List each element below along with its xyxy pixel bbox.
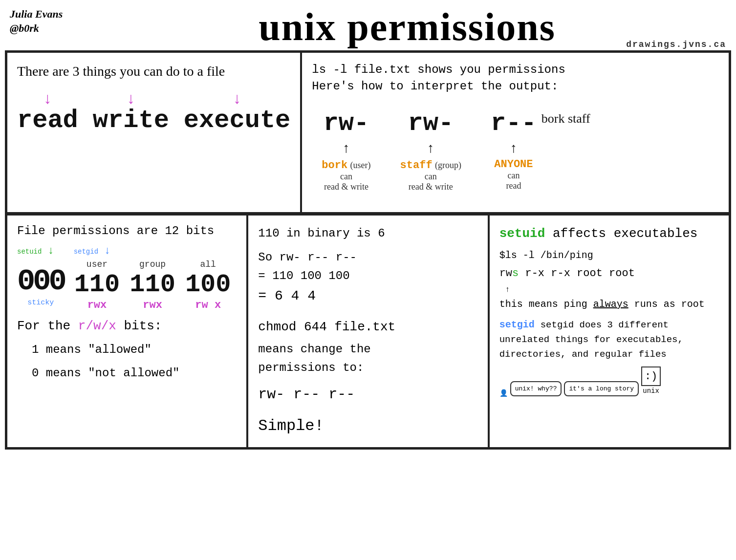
ping-section: $ls -l /bin/ping rws r-x r-x root root ↑… xyxy=(499,248,719,312)
staff-name: staff xyxy=(400,159,433,172)
binary-title: 110 in binary is 6 xyxy=(258,224,477,243)
rwx-row: ↓ read ↓ write ↓ execute xyxy=(17,90,290,135)
all-rwx: rw x xyxy=(195,299,221,311)
arrow-up-anyone: ↑ xyxy=(510,140,517,156)
unix-label-container: :) unix xyxy=(641,366,661,396)
binary-line3: = 6 4 4 xyxy=(258,285,477,307)
perm-code-bork: rw- xyxy=(324,109,369,138)
all-group: all 100 rw x xyxy=(185,259,231,311)
cell-bottom-right: setuid affects executables $ls -l /bin/p… xyxy=(489,215,730,448)
read-label: read xyxy=(17,106,78,135)
bork-staff-label: bork staff xyxy=(541,111,590,126)
execute-label: execute xyxy=(184,106,290,135)
cell-top-left: There are 3 things you can do to a file … xyxy=(6,52,301,213)
bork-can: can xyxy=(340,172,352,182)
perm-col-bork: rw- ↑ bork (user) can read & write xyxy=(322,109,370,192)
speech-bubble-1: unix! why?? xyxy=(510,381,562,397)
staff-action: read & write xyxy=(409,182,453,192)
perm-code-anyone: r-- xyxy=(491,109,537,138)
author-name: Julia Evans xyxy=(10,7,78,22)
arrow-up-staff: ↑ xyxy=(427,140,434,156)
drawings-url: drawings.jvns.ca xyxy=(626,40,726,49)
page: Julia Evans @b0rk unix permissions drawi… xyxy=(0,0,736,560)
user-w: w xyxy=(94,299,100,311)
chmod-result: rw- r-- r-- xyxy=(258,383,477,406)
setuid-group: setuid ↓ xyxy=(17,245,54,257)
ooo-big: 000 xyxy=(17,264,65,299)
bork-action: read & write xyxy=(324,182,368,192)
header: Julia Evans @b0rk unix permissions drawi… xyxy=(5,5,731,46)
setuid-title: setuid affects executables xyxy=(499,224,719,243)
staff-can: can xyxy=(425,172,437,182)
user-rwx: rwx xyxy=(87,299,107,311)
unix-label: unix xyxy=(643,386,659,396)
group-rwx: rwx xyxy=(143,299,162,311)
for-rwx: For the r/w/x bits: xyxy=(17,319,237,333)
rws-arrow-note: ↑ xyxy=(505,284,719,296)
ooo-col: 000 sticky xyxy=(17,264,65,307)
bork-user: (user) xyxy=(350,160,371,170)
sticky-label: sticky xyxy=(17,299,65,307)
setuid-green-text: setuid xyxy=(499,226,545,241)
user-label: user xyxy=(87,259,108,269)
cell-top-right: ls -l file.txt shows you permissions Her… xyxy=(301,52,730,213)
setgid-group: setgid ↓ xyxy=(74,245,111,257)
comic-text-1: unix! why?? xyxy=(515,384,557,394)
setgid-blue-text: setgid xyxy=(499,319,535,330)
rws-line: rws r-x r-x root root xyxy=(499,265,719,281)
top-grid: There are 3 things you can do to a file … xyxy=(5,50,731,215)
setgid-section: setgid setgid does 3 different unrelated… xyxy=(499,318,719,362)
user-group: user 110 rwx xyxy=(74,259,120,311)
perm-col-staff: rw- ↑ staff (group) can read & write xyxy=(400,109,462,192)
write-label: write xyxy=(93,106,169,135)
group-group: group 110 rwx xyxy=(130,259,175,311)
staff-label: staff (group) xyxy=(400,158,462,172)
bork-name: bork xyxy=(322,159,347,172)
cell-bottom-left: File permissions are 12 bits setuid ↓ se… xyxy=(6,215,247,448)
one-means: 1 means "allowed" xyxy=(32,338,237,362)
title-text: unix permissions xyxy=(259,5,556,48)
all-label: all xyxy=(200,259,216,269)
ping-note: this means ping always runs as root xyxy=(499,297,719,312)
chmod-section: chmod 644 file.txt means change the perm… xyxy=(258,317,477,438)
chmod-sub1: means change the xyxy=(258,340,477,359)
setgid-arrow: ↓ xyxy=(104,245,110,257)
speech-bubble-2: it's a long story xyxy=(564,381,639,397)
user-r: r xyxy=(87,299,94,311)
intro-text: There are 3 things you can do to a file xyxy=(17,62,290,81)
means-list: 1 means "allowed" 0 means "not allowed" xyxy=(32,338,237,385)
perm-col-anyone: r-- ↑ ANYONE can read xyxy=(491,109,537,191)
chmod-title: chmod 644 file.txt xyxy=(258,317,477,338)
user-num: 110 xyxy=(74,270,120,299)
ls-intro-line1: ls -l file.txt shows you permissions xyxy=(312,62,719,78)
rws-s: s xyxy=(512,267,519,280)
comic-text-2: it's a long story xyxy=(569,384,634,394)
group-label: group xyxy=(139,259,166,269)
bits-title: File permissions are 12 bits xyxy=(17,224,237,237)
staff-group: (group) xyxy=(435,160,461,170)
always-text: always xyxy=(593,299,628,310)
affects-text: affects executables xyxy=(553,226,697,241)
binary-line1: So rw- r-- r-- xyxy=(258,248,477,267)
read-item: ↓ read xyxy=(17,90,78,135)
anyone-name: ANYONE xyxy=(494,158,533,171)
author-handle: @b0rk xyxy=(10,22,78,36)
zero-means: 0 means "not allowed" xyxy=(32,362,237,385)
group-num: 110 xyxy=(130,270,175,299)
perm-code-staff: rw- xyxy=(408,109,454,138)
binary-section: 110 in binary is 6 So rw- r-- r-- = 110 … xyxy=(258,224,477,307)
bottom-grid: File permissions are 12 bits setuid ↓ se… xyxy=(5,215,731,450)
execute-item: ↓ execute xyxy=(184,90,290,135)
setuid-label: setuid xyxy=(17,248,42,256)
simple-label: Simple! xyxy=(258,413,477,438)
anyone-can: can xyxy=(507,171,520,181)
stick-figure: 👤 xyxy=(499,389,508,396)
author-block: Julia Evans @b0rk xyxy=(5,5,83,38)
setgid-label: setgid xyxy=(74,248,98,256)
bork-label: bork (user) xyxy=(322,158,370,172)
stick-figure-container: 👤 xyxy=(499,389,508,396)
ls-ping-cmd: $ls -l /bin/ping xyxy=(499,248,719,263)
anyone-action: read xyxy=(506,181,521,191)
comic-area: 👤 unix! why?? it's a long story :) unix xyxy=(499,366,719,396)
write-item: ↓ write xyxy=(93,90,169,135)
